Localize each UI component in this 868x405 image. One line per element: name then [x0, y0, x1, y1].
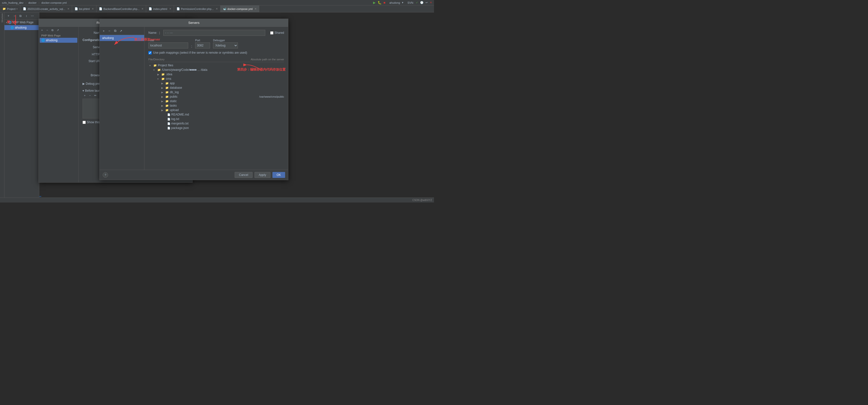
- breadcrumb: cztv_hudong_dev › docker › docker-compos…: [2, 1, 373, 4]
- servers-remove-btn[interactable]: −: [107, 28, 112, 33]
- sidebar-move-btn[interactable]: ↕: [24, 13, 29, 19]
- svn-check-icon[interactable]: ✓: [416, 1, 418, 4]
- sidebar-ahudong-item[interactable]: 🌐 ahudong: [4, 25, 39, 30]
- root-path-item[interactable]: ▾ 📁 /Users/yiwang/Code/■■■■ ... /data: [148, 68, 284, 72]
- top-bar-right: ▶ 🐛 ■ ahudong ▾ SVN: ✓ 🕐 ↩ ✕: [373, 1, 432, 4]
- debugger-group: Debugger Xdebug: [213, 39, 238, 49]
- tab-backend-label: BackendBaseController.php...: [103, 7, 140, 10]
- servers-name-label: Name:: [148, 31, 157, 35]
- apply-button[interactable]: Apply: [254, 172, 271, 178]
- tab-list-close[interactable]: ✕: [92, 7, 94, 10]
- host-input[interactable]: [148, 42, 188, 49]
- idea-item[interactable]: ▶ 📁 .idea: [148, 72, 284, 76]
- upload-item[interactable]: ▶ 📁 upload: [148, 108, 284, 112]
- tab-project-label: Project: [7, 7, 16, 10]
- idea-label: .idea: [166, 72, 172, 76]
- static-label: static: [170, 99, 177, 103]
- list-icon: 📄: [74, 7, 78, 10]
- before-launch-edit[interactable]: ✏: [93, 93, 97, 98]
- chevron-down-icon[interactable]: ▾: [402, 1, 403, 4]
- servers-move-btn[interactable]: ↗: [118, 28, 123, 33]
- db-log-item[interactable]: ▶ 📁 db_log: [148, 90, 284, 94]
- root-folder-icon: 📁: [157, 68, 161, 71]
- static-item[interactable]: ▶ 📁 static: [148, 99, 284, 103]
- server-ahudong-label: ahudong: [102, 36, 114, 40]
- structure-icon[interactable]: Structure: [1, 13, 3, 23]
- tasks-folder-icon: 📁: [165, 104, 169, 107]
- backend-icon: 📄: [99, 7, 102, 10]
- path-mappings-checkbox[interactable]: [148, 51, 152, 54]
- servers-copy-btn[interactable]: ⧉: [113, 28, 118, 33]
- tab-project[interactable]: 📁 Project ▾: [0, 5, 20, 12]
- tab-docker-compose[interactable]: 🐋 docker-compose.yml ✕: [220, 5, 259, 12]
- project-files-item[interactable]: ▾ 📁 Project files: [148, 63, 284, 68]
- port-input[interactable]: [195, 42, 210, 49]
- dialog-sidebar-toolbar: + − ⧉ ↗: [40, 28, 77, 32]
- tab-sql-label: 20231103-create_activity_sql...: [27, 7, 65, 10]
- sidebar-copy-btn[interactable]: ⧉: [18, 13, 23, 19]
- svn-x-icon[interactable]: ✕: [430, 1, 432, 4]
- readme-item[interactable]: ▶ 📄 README.md: [148, 112, 284, 117]
- tab-sql[interactable]: 📄 20231103-create_activity_sql... ✕: [20, 5, 72, 12]
- mergeinfo-file-icon: 📄: [167, 122, 170, 125]
- docker-icon: 🐋: [223, 7, 226, 10]
- debugger-select[interactable]: Xdebug: [213, 42, 238, 49]
- config-ahudong-item[interactable]: 🌐 ahudong: [40, 38, 77, 43]
- sidebar-remove-btn[interactable]: −: [12, 13, 17, 19]
- tab-permission[interactable]: 📄 PermissionController.php... ✕: [174, 5, 220, 12]
- php-web-page-icon: 🌐: [8, 21, 12, 24]
- shared-checkbox[interactable]: [270, 31, 273, 35]
- svn-clock-icon[interactable]: 🕐: [420, 1, 424, 4]
- dialog-add-btn[interactable]: +: [40, 28, 44, 32]
- tasks-item[interactable]: ▶ 📁 tasks: [148, 103, 284, 108]
- tab-sql-close[interactable]: ✕: [67, 7, 69, 10]
- sep2: ›: [38, 1, 39, 4]
- public-item[interactable]: ▶ 📁 public /var/www/cms/public: [148, 94, 284, 99]
- sidebar-php-web-page[interactable]: ▾ 🌐 PHP Web Page: [4, 20, 39, 25]
- servers-list-panel: + − ⧉ ↗ ahudong: [100, 27, 145, 170]
- servers-name-input[interactable]: [163, 30, 265, 36]
- abs-path-col-label: Absolute path on the server: [216, 58, 284, 61]
- db-log-label: db_log: [170, 90, 179, 94]
- debug-icon[interactable]: 🐛: [378, 1, 381, 4]
- name-prefix-icon: |: [159, 31, 160, 35]
- servers-add-btn[interactable]: +: [101, 28, 106, 33]
- tab-index-label: index.phtml: [153, 7, 167, 10]
- sidebar-more-btn[interactable]: ⋯: [30, 13, 35, 19]
- sidebar-add-btn[interactable]: +: [6, 13, 11, 19]
- package-item[interactable]: ▶ 📄 package.json: [148, 126, 284, 130]
- tab-backend-close[interactable]: ✕: [142, 7, 144, 10]
- ok-button[interactable]: OK: [273, 172, 285, 178]
- servers-dialog: Servers + − ⧉ ↗ ahudong Name: |: [99, 19, 288, 180]
- cms-item[interactable]: ▾ 📁 cms: [148, 76, 284, 81]
- servers-footer: ? Cancel Apply OK: [100, 170, 288, 180]
- tab-permission-close[interactable]: ✕: [216, 7, 218, 10]
- file-label: docker-compose.yml: [41, 1, 67, 4]
- ahudong-label: ahudong: [15, 26, 27, 29]
- cms-folder-icon: 📁: [161, 77, 165, 81]
- dialog-move-btn[interactable]: ↗: [56, 28, 60, 32]
- cancel-button[interactable]: Cancel: [235, 172, 252, 178]
- app-item[interactable]: ▶ 📁 app: [148, 81, 284, 86]
- tab-docker-close[interactable]: ✕: [254, 7, 256, 10]
- log-item[interactable]: ▶ 📄 log.txt: [148, 117, 284, 121]
- mergeinfo-item[interactable]: ▶ 📄 mergeinfo.txt: [148, 121, 284, 126]
- database-item[interactable]: ▶ 📁 database: [148, 86, 284, 90]
- php-web-page-label: PHP Web Page: [13, 21, 34, 24]
- dialog-copy-btn[interactable]: ⧉: [50, 28, 55, 32]
- tab-backend[interactable]: 📄 BackendBaseController.php... ✕: [96, 5, 146, 12]
- before-launch-remove[interactable]: −: [88, 93, 92, 98]
- help-button[interactable]: ?: [103, 172, 108, 178]
- server-ahudong-item[interactable]: ahudong: [100, 35, 144, 41]
- stop-icon[interactable]: ■: [383, 1, 385, 4]
- root-arrow: ▾: [153, 69, 156, 71]
- upload-folder-icon: 📁: [165, 108, 169, 112]
- tab-index[interactable]: 📄 index.phtml ✕: [146, 5, 174, 12]
- svn-undo-icon[interactable]: ↩: [426, 1, 428, 4]
- before-launch-add[interactable]: +: [83, 93, 87, 98]
- tab-index-close[interactable]: ✕: [169, 7, 171, 10]
- tab-list[interactable]: 📄 list.phtml ✕: [72, 5, 96, 12]
- run-icon[interactable]: ▶: [373, 1, 376, 4]
- dialog-remove-btn[interactable]: −: [45, 28, 50, 32]
- show-page-checkbox[interactable]: [83, 121, 86, 124]
